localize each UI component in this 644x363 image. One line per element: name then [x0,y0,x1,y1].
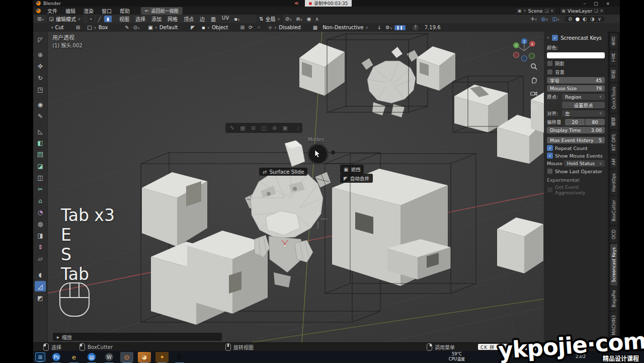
set-origin-button[interactable]: 设置原点 [562,102,605,108]
max-event-history-field[interactable]: Max Event History5 [547,137,605,143]
edge-slide-tool[interactable]: ◨ [35,230,46,241]
repeat-count-checkbox[interactable]: ✓ [547,145,553,151]
back-to-previous-view-button[interactable]: ← 返回前一视图 [141,7,183,15]
new-layer-icon[interactable]: ❏ [594,9,598,13]
workflow-dropdown[interactable]: Non-Destructive∨ [319,24,371,31]
extrude-region-tool[interactable]: ◧ [35,137,46,148]
loop-cut-tool[interactable]: ◫ [35,172,46,183]
navigation-gizmo[interactable]: Z Y X [511,37,537,63]
scale-tool[interactable]: ◳ [35,84,46,95]
pause-button[interactable]: ❚❚ [394,25,406,30]
tab-boxcutter[interactable]: BoxCutter [610,196,617,225]
screen-capture-icon[interactable]: ⊙ [120,352,133,362]
last-operator-panel[interactable]: ▸ 缩放 [53,333,222,341]
photoshop-icon[interactable]: Ps [50,352,63,362]
shear-tool[interactable]: ▱ [35,253,46,264]
show-overlays-button[interactable]: ◎∨ [539,16,550,22]
sync-icon[interactable]: ⟳ [247,25,255,30]
xray-toggle-button[interactable]: ◫∨ [550,16,562,22]
rendered-shading-button[interactable]: ◑ [589,16,596,22]
origin-dropdown[interactable]: Region∨ [562,94,605,100]
falloff-dropdown[interactable]: ∧ [313,16,320,22]
live-dropdown[interactable]: ⊹∨Disabled [265,24,304,31]
array-dots-icon[interactable]: ⁘ [255,25,263,30]
tab-am[interactable]: AM [610,155,617,169]
cursor-3d-tool[interactable]: ⊕ [35,49,46,60]
tab-item[interactable]: 条目 [610,33,618,49]
help-button[interactable]: ? [413,25,419,31]
collapse-chevron-icon[interactable]: ∨ [547,36,549,40]
eyedropper-icon[interactable]: ⊕ [268,123,279,132]
rip-region-tool[interactable]: ◖ [35,269,46,280]
mode-selector[interactable]: ◲ 编辑模式 ∨ [46,15,84,23]
face-select-mode-button[interactable]: ▮ [104,16,112,22]
draw-pen-icon[interactable]: ✎ [123,25,131,30]
behavior-dropdown[interactable]: ▣∨Default [145,24,181,31]
offset-fields[interactable]: 2080 [565,119,605,125]
pan-hand-icon[interactable] [529,76,538,85]
move-tool[interactable]: ✜ [35,61,46,71]
snap-grid-icon[interactable]: ▦ [236,123,247,132]
depth-icon[interactable]: ⊞ [74,25,82,30]
snap-toggle-button[interactable]: ⋒∨ [294,16,305,22]
show-mouse-events-checkbox[interactable]: ✓ [547,153,553,159]
color-swatch[interactable] [547,52,605,58]
extra-faint-icon[interactable]: ⊿ [291,123,302,132]
rotate-tool[interactable]: ↻ [35,72,46,83]
tab-ocd[interactable]: OCD [610,226,617,243]
mesh-extras-dropdown[interactable]: ▪∨ [232,16,242,22]
get-event-checkbox[interactable] [547,187,553,193]
settings-gear-icon[interactable]: ⚙∨ [383,25,394,30]
knife-tool[interactable]: ✂ [35,184,46,194]
new-scene-icon[interactable]: ❏ [545,9,548,13]
tab-tool[interactable]: 工具 [610,50,618,65]
tab-quicktools[interactable]: QuickTools [610,83,617,113]
paint-tool-icon[interactable]: ✦ [155,352,169,362]
3d-viewport-canvas[interactable] [33,32,608,342]
shrink-fatten-tool[interactable]: ⇕ [35,242,46,252]
blender-menu-icon[interactable] [36,9,41,13]
bevel-tool[interactable]: ◪ [35,161,46,171]
edge-select-mode-button[interactable]: ╱ [96,16,103,22]
3d-viewport[interactable]: ◸⊕✜↻◳◉✎◺◧回◪◫✂⌂◔◍◨⇕▱◖◿◩ 用户透视 (1) 猴头.002 ✎… [33,32,620,342]
blender-app-icon[interactable]: ◕ [138,352,151,362]
view-layer-selector[interactable]: ▦ ViewLayer ❏ × [559,7,606,15]
poly-build-tool[interactable]: ⌂ [35,195,46,206]
tool-options-corner[interactable]: ◿ [35,281,46,292]
close-button[interactable]: × [606,1,610,6]
measure-tool[interactable]: ◺ [35,126,46,136]
transform-orientation-selector[interactable]: ⇅ 全局 ∨ [256,15,283,23]
proportional-edit-button[interactable]: ◉ [305,16,313,22]
snap-increment-icon[interactable]: ⊞ [247,123,258,132]
remove-layer-icon[interactable]: × [600,9,603,13]
tab-bagapie[interactable]: BagaPie [610,286,617,311]
background-checkbox[interactable] [547,69,553,75]
editor-type-button[interactable]: ⊞∨ [35,16,46,22]
font-size-slider[interactable]: 字号45 [547,77,605,84]
workflow-icon[interactable]: ▦ [311,25,319,30]
mouse-size-slider[interactable]: Mouse Size79 [547,85,605,92]
minimize-button[interactable]: – [583,1,586,6]
boxcutter-active-tool[interactable]: ◩ [35,293,46,303]
wallpaper-engine-icon[interactable]: W [103,352,116,362]
pivot-point-button[interactable]: ⊘∨ [283,16,294,22]
transform-tool[interactable]: ◉ [35,99,46,110]
mouse-display-dropdown[interactable]: Hold Status∨ [564,160,605,167]
tab-edit[interactable]: 编辑 [610,114,618,129]
wireframe-shading-button[interactable]: ⊘ [567,16,574,22]
shape-dropdown[interactable]: □∨Box [84,24,111,31]
show-last-operator-checkbox[interactable] [547,168,553,174]
mode-dropdown[interactable]: ▪∨Object [199,24,231,31]
c-launcher-icon[interactable]: C [173,352,186,362]
maximize-button[interactable]: □ [594,1,598,6]
material-shading-button[interactable]: ◐ [581,16,589,22]
tab-view[interactable]: 视图 [610,66,618,82]
display-grid-icon[interactable]: ⊞ [238,25,247,30]
camera-view-icon[interactable] [529,89,538,98]
spin-tool[interactable]: ◔ [35,207,46,217]
pointer-icon[interactable]: ◤ [189,25,197,30]
enable-checkbox[interactable]: ✓ [552,35,558,41]
solid-shading-button[interactable]: ● [574,16,581,22]
scene-selector[interactable]: ▣ ∨ Scene ❏ × [515,7,556,15]
unlink-scene-icon[interactable]: × [550,9,554,13]
